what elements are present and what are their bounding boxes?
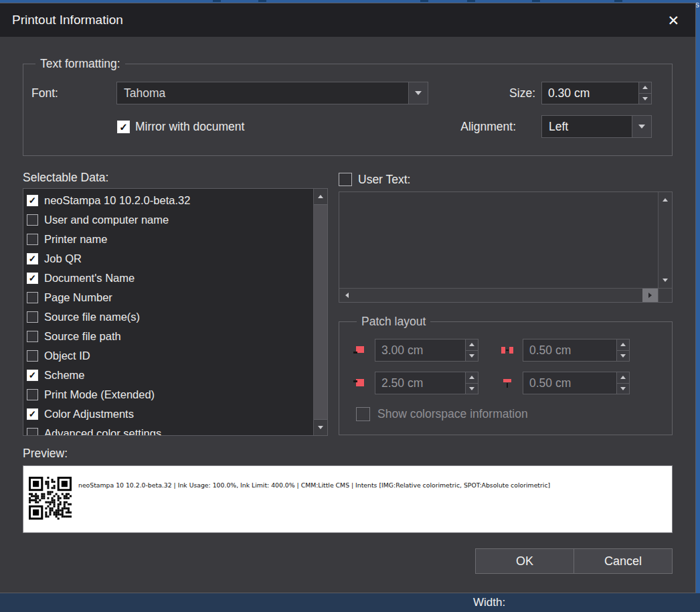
- item-checkbox[interactable]: [27, 389, 38, 400]
- show-colorspace-label: Show colorspace information: [377, 407, 528, 421]
- spin-down-icon[interactable]: [466, 350, 478, 362]
- spin-down-icon[interactable]: [617, 350, 629, 362]
- size-spin-buttons: [638, 82, 651, 104]
- user-text-label: User Text:: [358, 173, 410, 187]
- item-checkbox[interactable]: ✓: [27, 408, 38, 420]
- patch-height-icon: [353, 378, 366, 388]
- middle-section: Selectable Data: ✓ neoStampa 10 10.2.0-b…: [23, 171, 673, 436]
- item-checkbox[interactable]: [27, 428, 38, 435]
- user-text-column: User Text:: [339, 171, 673, 436]
- item-checkbox[interactable]: ✓: [27, 253, 38, 264]
- patch-width-input[interactable]: 3.00 cm: [375, 339, 478, 362]
- close-icon[interactable]: ✕: [667, 13, 679, 27]
- scroll-down-icon[interactable]: [659, 273, 672, 288]
- text-formatting-group: Text formatting: Font: Tahoma Size: 0.30…: [23, 57, 673, 156]
- user-text-hscrollbar[interactable]: [339, 288, 658, 302]
- item-checkbox[interactable]: [27, 214, 38, 226]
- item-checkbox[interactable]: ✓: [27, 370, 38, 381]
- scroll-down-icon[interactable]: [314, 420, 327, 435]
- spin-down-icon[interactable]: [617, 383, 629, 394]
- list-item[interactable]: User and computer name: [27, 210, 313, 230]
- alignment-value: Left: [542, 116, 632, 137]
- patch-gap-vertical-value: 0.50 cm: [523, 372, 616, 394]
- item-checkbox[interactable]: ✓: [27, 273, 38, 284]
- alignment-select[interactable]: Left: [541, 115, 652, 138]
- list-item[interactable]: Object ID: [27, 346, 313, 366]
- list-item[interactable]: Print Mode (Extended): [27, 385, 313, 404]
- scrollbar-track[interactable]: [355, 289, 642, 302]
- font-label: Font:: [31, 86, 116, 100]
- patch-gap-horizontal-input[interactable]: 0.50 cm: [523, 339, 630, 362]
- font-value: Tahoma: [117, 82, 408, 104]
- patch-gap-horizontal-icon: [501, 345, 514, 356]
- item-label: Source file name(s): [44, 311, 140, 323]
- scrollbar-thumb[interactable]: [314, 204, 327, 420]
- background-panel: Width: 0.20 cm: [0, 593, 700, 612]
- list-item[interactable]: Advanced color settings: [27, 424, 313, 435]
- item-label: Job QR: [44, 252, 82, 265]
- cancel-button[interactable]: Cancel: [574, 548, 673, 574]
- size-value: 0.30 cm: [542, 82, 638, 104]
- spin-up-icon[interactable]: [466, 372, 478, 383]
- item-checkbox[interactable]: [27, 311, 38, 323]
- item-checkbox[interactable]: [27, 350, 38, 362]
- scroll-right-icon[interactable]: [642, 289, 658, 302]
- list-item[interactable]: Source file name(s): [27, 307, 313, 327]
- scrollbar-track[interactable]: [659, 208, 672, 273]
- mirror-checkbox[interactable]: ✓: [117, 121, 130, 133]
- item-checkbox[interactable]: [27, 292, 38, 303]
- user-text-area[interactable]: [339, 192, 673, 303]
- dialog-titlebar: Printout Information ✕: [0, 3, 695, 37]
- chevron-down-icon[interactable]: [408, 82, 428, 104]
- spin-buttons: [616, 372, 629, 394]
- size-input[interactable]: 0.30 cm: [541, 82, 652, 104]
- mirror-label: Mirror with document: [135, 120, 244, 134]
- user-text-vscrollbar[interactable]: [658, 192, 672, 288]
- size-label: Size:: [509, 86, 535, 100]
- taskbar-mark: [420, 0, 428, 2]
- list-item[interactable]: Page Number: [27, 288, 313, 307]
- mirror-alignment-row: ✓ Mirror with document Alignment: Left: [31, 115, 652, 138]
- item-checkbox[interactable]: ✓: [27, 195, 38, 206]
- patch-row-2: 2.50 cm 0.50 cm: [353, 372, 652, 394]
- item-checkbox[interactable]: [27, 331, 38, 342]
- alignment-label: Alignment:: [460, 120, 516, 134]
- ok-button[interactable]: OK: [475, 548, 574, 574]
- spin-down-icon[interactable]: [639, 93, 651, 104]
- selectable-data-items: ✓ neoStampa 10 10.2.0-beta.32 User and c…: [23, 189, 313, 435]
- list-item[interactable]: ✓ neoStampa 10 10.2.0-beta.32: [27, 191, 313, 210]
- printout-information-dialog: Printout Information ✕ Text formatting: …: [0, 3, 696, 593]
- spin-up-icon[interactable]: [617, 339, 629, 350]
- list-item[interactable]: ✓ Job QR: [27, 249, 313, 269]
- scroll-up-icon[interactable]: [659, 192, 672, 208]
- patch-height-input[interactable]: 2.50 cm: [375, 372, 478, 394]
- font-select[interactable]: Tahoma: [116, 82, 428, 104]
- list-item[interactable]: ✓ Document's Name: [27, 269, 313, 288]
- item-label: Print Mode (Extended): [44, 388, 155, 401]
- scroll-left-icon[interactable]: [339, 289, 355, 302]
- spin-up-icon[interactable]: [466, 339, 478, 350]
- patch-gap-vertical-input[interactable]: 0.50 cm: [523, 372, 630, 394]
- background-width-label: Width:: [473, 596, 505, 609]
- spin-up-icon[interactable]: [639, 82, 651, 93]
- selectable-data-list[interactable]: ✓ neoStampa 10 10.2.0-beta.32 User and c…: [23, 188, 328, 436]
- patch-height-value: 2.50 cm: [375, 372, 465, 394]
- list-item[interactable]: ✓ Scheme: [27, 366, 313, 385]
- show-colorspace-checkbox[interactable]: [356, 407, 370, 421]
- spin-up-icon[interactable]: [617, 372, 629, 383]
- list-item[interactable]: Source file path: [27, 327, 313, 346]
- item-label: Source file path: [44, 330, 121, 343]
- spin-down-icon[interactable]: [466, 383, 478, 394]
- item-label: User and computer name: [44, 214, 169, 226]
- chevron-down-icon[interactable]: [632, 116, 651, 137]
- list-item[interactable]: Printer name: [27, 230, 313, 249]
- selectable-data-column: Selectable Data: ✓ neoStampa 10 10.2.0-b…: [23, 171, 328, 436]
- user-text-input[interactable]: [339, 192, 658, 288]
- list-scrollbar[interactable]: [313, 189, 327, 435]
- user-text-checkbox[interactable]: [339, 173, 352, 186]
- item-checkbox[interactable]: [27, 234, 38, 245]
- list-item[interactable]: ✓ Color Adjustments: [27, 404, 313, 424]
- scroll-up-icon[interactable]: [314, 189, 327, 204]
- item-label: Color Adjustments: [44, 408, 134, 420]
- preview-text: neoStampa 10 10.2.0-beta.32 | Ink Usage:…: [78, 481, 550, 489]
